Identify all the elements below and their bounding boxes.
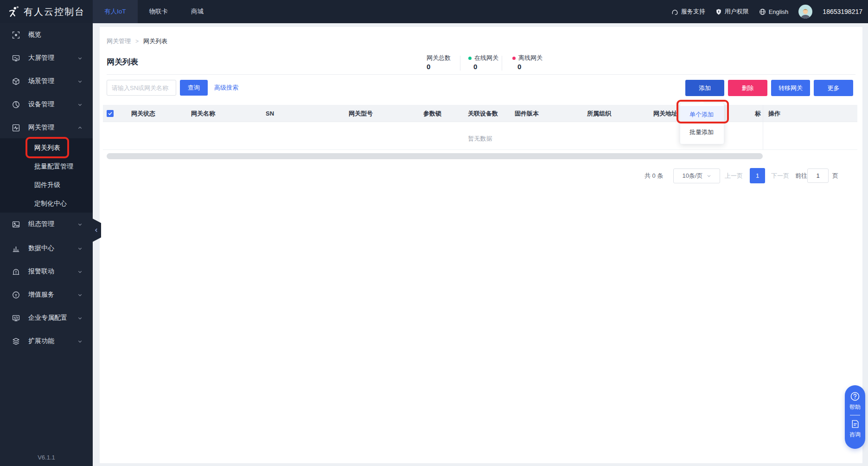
version-label: V6.1.1 (0, 454, 93, 461)
table-empty-row: 暂无数据 (103, 122, 857, 150)
chevron-down-icon (77, 102, 83, 107)
language-switch[interactable]: English (759, 8, 789, 15)
submenu-item-customization-center[interactable]: 定制化中心 (0, 194, 93, 213)
floating-help-widget: 帮助 咨询 (845, 385, 865, 449)
service-support-link[interactable]: 服务支持 (671, 7, 705, 16)
value-service-icon (12, 291, 20, 299)
stat-total-label: 网关总数 (427, 54, 451, 62)
layers-icon (12, 337, 20, 345)
col-gateway-model: 网关型号 (349, 105, 373, 122)
chevron-down-icon (77, 222, 83, 227)
transfer-gateway-button[interactable]: 转移网关 (771, 80, 810, 96)
topbar: 有人云控制台 有人IoT 物联卡 商城 服务支持 用户权限 (0, 0, 868, 23)
delete-button[interactable]: 删除 (728, 80, 767, 96)
image-icon (12, 220, 20, 228)
monitor-code-icon (12, 314, 20, 322)
headset-icon (671, 8, 678, 15)
stat-online-label: 在线网关 (468, 54, 498, 62)
breadcrumb-gateway-mgmt[interactable]: 网关管理 (107, 37, 131, 45)
stats-divider (502, 56, 502, 71)
sidebar-item-configuration-mgmt[interactable]: 组态管理 (0, 213, 93, 236)
pie-chart-icon (12, 101, 20, 109)
tab-mall[interactable]: 商城 (179, 0, 215, 23)
help-button[interactable]: 帮助 (849, 403, 861, 411)
search-input[interactable] (107, 80, 176, 96)
sidebar-item-overview[interactable]: 概览 (0, 23, 93, 46)
cube-icon (12, 78, 20, 85)
sidebar-item-gateway-mgmt[interactable]: 网关管理 (0, 116, 93, 139)
document-icon[interactable] (850, 419, 860, 429)
prev-page-button[interactable]: 上一页 (725, 168, 743, 183)
title-divider (107, 74, 855, 75)
offline-dot (512, 57, 516, 60)
add-button[interactable]: 添加 (685, 80, 724, 96)
col-firmware-version: 固件版本 (515, 105, 539, 122)
user-permission-link[interactable]: 用户权限 (715, 7, 749, 16)
table-header: 网关状态 网关名称 SN 网关型号 参数锁 关联设备数 固件版本 所属组织 网关… (103, 105, 857, 122)
sidebar-item-value-added-services[interactable]: 增值服务 (0, 283, 93, 306)
next-page-button[interactable]: 下一页 (771, 168, 789, 183)
submenu-item-batch-config[interactable]: 批量配置管理 (0, 157, 93, 175)
query-button[interactable]: 查询 (180, 80, 208, 96)
chevron-down-icon (707, 174, 711, 178)
sidebar-item-data-center[interactable]: 数据中心 (0, 237, 93, 260)
col-gateway-name: 网关名称 (191, 105, 215, 122)
chevron-down-icon (77, 269, 83, 274)
main-content: 网关管理 > 网关列表 网关列表 网关总数 0 在线网关 0 离线网关 0 查询… (100, 27, 862, 463)
advanced-search-link[interactable]: 高级搜索 (214, 80, 238, 96)
stats-divider (460, 56, 460, 71)
tab-youren-iot[interactable]: 有人IoT (93, 0, 138, 23)
account-phone[interactable]: 18653198217 (823, 8, 862, 15)
select-all-checkbox[interactable] (107, 110, 114, 117)
menu-item-single-add[interactable]: 单个添加 (680, 106, 724, 123)
sidebar-item-device-mgmt[interactable]: 设备管理 (0, 93, 93, 116)
big-screen-icon (12, 54, 20, 62)
overview-icon (12, 31, 20, 39)
horizontal-scrollbar[interactable] (107, 153, 763, 159)
page-title: 网关列表 (107, 57, 138, 67)
col-organization: 所属组织 (587, 105, 611, 122)
chevron-down-icon (77, 316, 83, 321)
empty-state-text: 暂无数据 (468, 135, 492, 143)
consult-button[interactable]: 咨询 (849, 431, 861, 439)
stat-offline-value: 0 (517, 63, 521, 71)
sidebar-item-scene-mgmt[interactable]: 场景管理 (0, 70, 93, 93)
submenu-item-gateway-list[interactable]: 网关列表 (0, 138, 93, 157)
chevron-down-icon (77, 292, 83, 298)
menu-item-batch-add[interactable]: 批量添加 (680, 123, 724, 141)
avatar[interactable] (798, 5, 812, 19)
globe-icon (759, 8, 766, 15)
col-tag-truncated: 标 (755, 105, 761, 122)
sidebar-item-extensions[interactable]: 扩展功能 (0, 330, 93, 353)
stat-offline-label: 离线网关 (512, 54, 542, 62)
logo: 有人云控制台 (0, 6, 93, 18)
gateway-submenu: 网关列表 批量配置管理 固件升级 定制化中心 (0, 138, 93, 213)
col-gateway-status: 网关状态 (131, 105, 155, 122)
breadcrumb-separator: > (135, 38, 139, 45)
sidebar-item-screen-mgmt[interactable]: 大屏管理 (0, 46, 93, 70)
more-button[interactable]: 更多 (814, 80, 853, 96)
sidebar-item-alarm-linkage[interactable]: 报警联动 (0, 260, 93, 283)
question-circle-icon[interactable] (850, 391, 860, 401)
goto-label: 前往 (795, 168, 807, 183)
widget-divider (850, 415, 860, 415)
submenu-item-firmware-upgrade[interactable]: 固件升级 (0, 175, 93, 194)
top-tabs: 有人IoT 物联卡 商城 (93, 0, 215, 23)
add-dropdown-menu: 单个添加 批量添加 (680, 103, 724, 144)
gateway-icon (12, 124, 20, 132)
chevron-down-icon (77, 79, 83, 84)
chevron-down-icon (77, 56, 83, 61)
breadcrumb: 网关管理 > 网关列表 (107, 37, 167, 45)
chevron-down-icon (77, 339, 83, 344)
page-size-select[interactable]: 10条/页 (673, 168, 720, 183)
col-param-lock: 参数锁 (423, 105, 441, 122)
tab-sim-card[interactable]: 物联卡 (138, 0, 180, 23)
chevron-down-icon (77, 246, 83, 251)
breadcrumb-gateway-list: 网关列表 (143, 37, 167, 45)
brand-logo-icon (7, 6, 20, 18)
stat-total-value: 0 (427, 63, 430, 71)
online-dot (468, 57, 472, 60)
sidebar-item-enterprise-config[interactable]: 企业专属配置 (0, 306, 93, 330)
page-number-1[interactable]: 1 (750, 168, 765, 183)
goto-page-input[interactable] (807, 168, 829, 183)
